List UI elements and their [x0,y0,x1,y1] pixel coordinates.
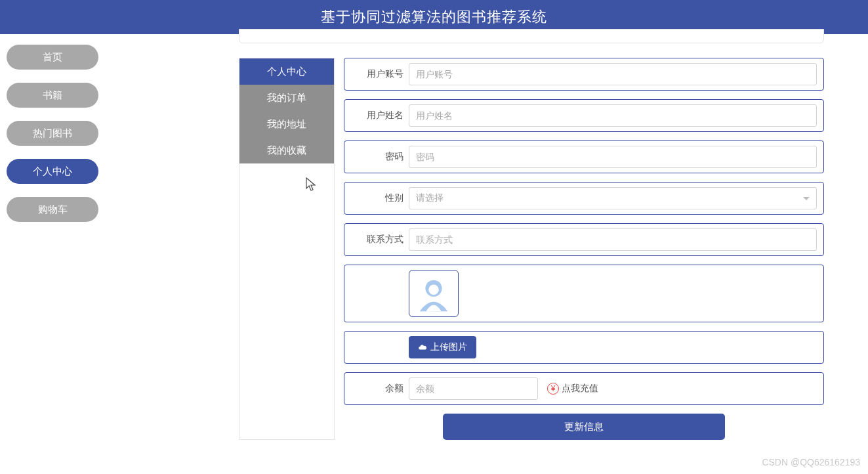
submenu-profile[interactable]: 个人中心 [239,58,334,85]
nav-hot-books[interactable]: 热门图书 [7,121,98,146]
row-password: 密码 [344,140,824,173]
recharge-label: 点我充值 [562,383,598,395]
nav-cart[interactable]: 购物车 [7,197,98,222]
nav-home[interactable]: 首页 [7,45,98,70]
upload-button-label: 上传图片 [430,341,467,353]
input-account[interactable] [409,63,817,85]
recharge-link[interactable]: ¥ 点我充值 [547,383,598,395]
breadcrumb-panel [239,29,824,43]
label-balance: 余额 [344,383,409,395]
row-gender: 性别 请选择 [344,182,824,215]
select-gender-placeholder: 请选择 [416,192,444,204]
input-password[interactable] [409,146,817,168]
input-name[interactable] [409,104,817,127]
left-nav: 首页 书籍 热门图书 个人中心 购物车 [7,45,105,235]
select-gender[interactable]: 请选择 [409,187,817,209]
input-balance[interactable] [409,377,538,400]
label-contact: 联系方式 [344,234,409,246]
submit-button[interactable]: 更新信息 [443,414,725,440]
profile-submenu: 个人中心 我的订单 我的地址 我的收藏 [239,58,335,440]
yen-icon: ¥ [547,383,559,395]
submenu-favorites[interactable]: 我的收藏 [239,137,334,163]
svg-point-2 [428,284,439,295]
label-account: 用户账号 [344,68,409,80]
nav-books[interactable]: 书籍 [7,83,98,108]
app-title: 基于协同过滤算法的图书推荐系统 [321,7,547,27]
row-name: 用户姓名 [344,99,824,132]
nav-profile[interactable]: 个人中心 [7,159,98,184]
main-panel: 个人中心 我的订单 我的地址 我的收藏 用户账号 用户姓名 密码 性别 请选择 … [239,58,824,440]
row-balance: 余额 ¥ 点我充值 [344,372,824,405]
row-avatar [344,265,824,322]
cloud-upload-icon [418,343,427,352]
chevron-down-icon [803,197,810,200]
label-gender: 性别 [344,192,409,204]
input-contact[interactable] [409,228,817,251]
row-contact: 联系方式 [344,223,824,256]
avatar-icon [413,273,454,314]
watermark: CSDN @QQ626162193 [762,457,860,467]
row-account: 用户账号 [344,58,824,91]
avatar-preview[interactable] [409,270,459,317]
upload-button[interactable]: 上传图片 [409,336,476,358]
profile-form: 用户账号 用户姓名 密码 性别 请选择 联系方式 [335,58,824,440]
row-upload: 上传图片 [344,331,824,364]
submenu-orders[interactable]: 我的订单 [239,85,334,111]
label-password: 密码 [344,151,409,163]
label-name: 用户姓名 [344,110,409,121]
submenu-address[interactable]: 我的地址 [239,111,334,137]
